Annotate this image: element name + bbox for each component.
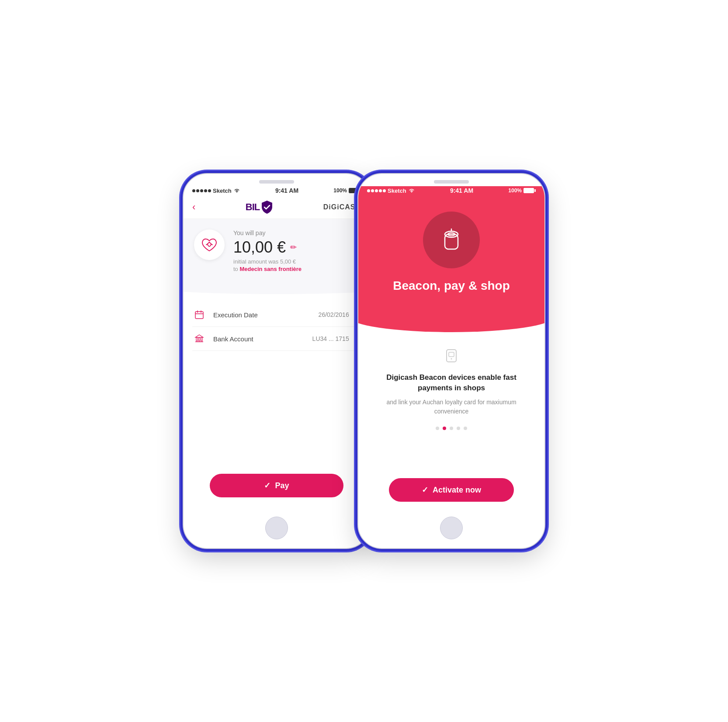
execution-date-row[interactable]: Execution Date 26/02/2016 ›	[192, 303, 361, 327]
details-list: Execution Date 26/02/2016 › B	[184, 303, 370, 351]
carrier-name: Sketch	[213, 187, 232, 194]
content-title: Digicash Beacon devices enable fast paym…	[371, 372, 531, 393]
execution-date-value: 26/02/2016	[319, 311, 349, 318]
calendar-icon	[192, 310, 206, 319]
battery-icon-right	[523, 188, 536, 193]
svg-rect-6	[199, 337, 200, 341]
signal-bars	[192, 189, 211, 192]
to-label: to	[233, 266, 239, 272]
bil-logo: BIL	[246, 200, 273, 214]
payment-info: You will pay 10,00 € ✏ initial amount wa…	[233, 229, 359, 272]
phone-top-bar-left	[184, 174, 370, 186]
phone-bottom-left	[184, 510, 370, 548]
bank-account-value: LU34 ... 1715	[312, 335, 349, 342]
speaker-right	[434, 180, 469, 184]
content-subtitle: and link your Auchan loyalty card for ma…	[371, 398, 531, 416]
phone-top-bar-right	[358, 174, 544, 186]
check-icon-activate: ✓	[422, 485, 428, 495]
check-icon-pay: ✓	[264, 481, 270, 490]
bottom-action-left: ✓ Pay	[184, 465, 370, 510]
pay-button-label: Pay	[275, 481, 289, 490]
initial-amount: initial amount was 5,00 €	[233, 258, 359, 265]
bil-text: BIL	[246, 201, 260, 213]
svg-point-15	[451, 358, 452, 360]
speaker-left	[259, 180, 294, 184]
hero-title: Beacon, pay & shop	[393, 279, 510, 293]
battery-percent-left: 100%	[333, 187, 347, 194]
svg-rect-7	[201, 337, 202, 341]
recipient-name: Medecin sans frontière	[239, 266, 302, 272]
payment-amount: 10,00 €	[233, 238, 286, 257]
status-right-left: 100%	[333, 187, 361, 194]
activate-now-label: Activate now	[433, 486, 481, 495]
beacon-icon	[436, 225, 467, 255]
bil-shield-icon	[261, 200, 273, 214]
screen-left: ‹ BIL DiGiCASH	[184, 196, 370, 510]
nfc-icon	[441, 345, 461, 365]
svg-rect-5	[196, 337, 198, 341]
back-button[interactable]: ‹	[192, 201, 195, 213]
phone-bottom-right	[358, 510, 544, 548]
carrier-name-right: Sketch	[388, 187, 406, 194]
bank-account-row[interactable]: Bank Account LU34 ... 1715 ›	[192, 327, 361, 351]
execution-date-label: Execution Date	[213, 311, 312, 319]
phone-left: Sketch 9:41 AM 100% ‹	[183, 173, 371, 549]
hero-section: Beacon, pay & shop	[358, 194, 544, 319]
bank-account-label: Bank Account	[213, 335, 305, 343]
nav-bar-left: ‹ BIL DiGiCASH	[184, 196, 370, 219]
status-bar-right: Sketch 9:41 AM 100%	[358, 186, 544, 194]
heart-hands-icon	[200, 235, 219, 254]
dot-2[interactable]	[450, 427, 453, 430]
dot-0[interactable]	[436, 427, 439, 430]
recipient-row: to Medecin sans frontière	[233, 266, 359, 272]
svg-rect-13	[447, 350, 456, 362]
dot-3[interactable]	[457, 427, 460, 430]
status-time-right: 9:41 AM	[450, 187, 473, 194]
svg-rect-0	[195, 312, 203, 319]
wifi-icon-right	[408, 188, 415, 193]
digicash-label: DiGiCASH	[323, 203, 361, 211]
status-right-right: 100%	[508, 187, 536, 194]
phone-right: Sketch 9:41 AM 100%	[357, 173, 545, 549]
pay-button[interactable]: ✓ Pay	[210, 474, 343, 497]
you-will-pay-label: You will pay	[233, 229, 359, 236]
bank-icon	[192, 334, 206, 344]
svg-rect-14	[449, 352, 454, 357]
payment-amount-row: 10,00 € ✏	[233, 238, 359, 257]
home-button-left[interactable]	[265, 517, 288, 539]
activate-now-button[interactable]: ✓ Activate now	[389, 478, 514, 502]
beacon-circle	[423, 212, 480, 268]
home-button-right[interactable]	[440, 517, 463, 539]
wifi-icon	[233, 188, 240, 193]
payment-card: You will pay 10,00 € ✏ initial amount wa…	[184, 219, 370, 285]
payment-icon-circle	[194, 229, 225, 260]
status-time-left: 9:41 AM	[275, 187, 298, 194]
content-section: Digicash Beacon devices enable fast paym…	[358, 319, 544, 510]
dot-4[interactable]	[464, 427, 467, 430]
dot-1[interactable]	[443, 427, 446, 430]
svg-marker-4	[195, 335, 203, 337]
edit-icon[interactable]: ✏	[290, 243, 297, 252]
right-screen: Beacon, pay & shop Digicash Beacon devic…	[358, 194, 544, 510]
signal-bars-right	[367, 189, 386, 192]
status-left: Sketch	[192, 187, 240, 194]
status-bar-left: Sketch 9:41 AM 100%	[184, 186, 370, 196]
bottom-action-right: ✓ Activate now	[371, 478, 531, 502]
pagination-dots	[436, 427, 467, 430]
battery-percent-right: 100%	[508, 187, 522, 194]
status-left-right: Sketch	[367, 187, 415, 194]
